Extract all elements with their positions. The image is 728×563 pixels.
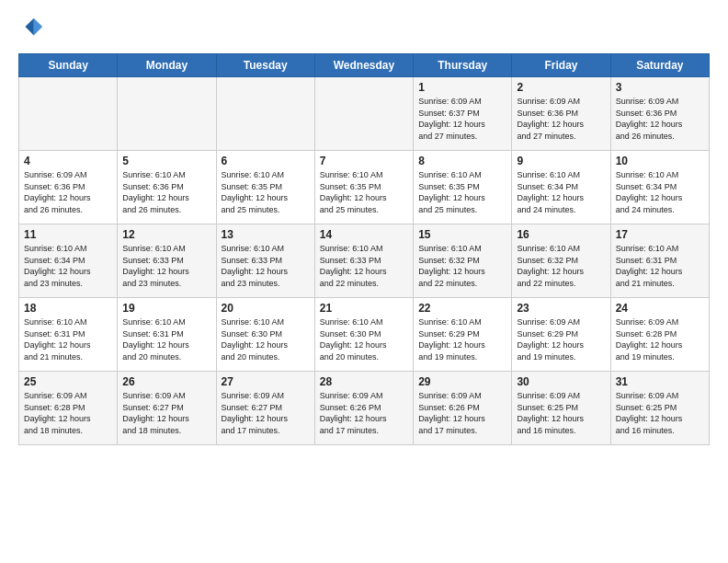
day-number: 3 bbox=[616, 81, 704, 94]
day-number: 14 bbox=[320, 228, 408, 241]
calendar-cell: 9Sunrise: 6:10 AM Sunset: 6:34 PM Daylig… bbox=[512, 151, 610, 224]
day-info: Sunrise: 6:10 AM Sunset: 6:33 PM Dayligh… bbox=[320, 243, 408, 289]
day-number: 29 bbox=[418, 375, 506, 388]
calendar-cell: 15Sunrise: 6:10 AM Sunset: 6:32 PM Dayli… bbox=[414, 224, 512, 298]
day-number: 26 bbox=[122, 375, 210, 388]
calendar-cell: 31Sunrise: 6:09 AM Sunset: 6:25 PM Dayli… bbox=[610, 372, 709, 445]
calendar-cell: 23Sunrise: 6:09 AM Sunset: 6:29 PM Dayli… bbox=[512, 298, 610, 372]
day-number: 9 bbox=[517, 155, 605, 167]
day-info: Sunrise: 6:10 AM Sunset: 6:36 PM Dayligh… bbox=[122, 169, 210, 215]
day-number: 23 bbox=[517, 302, 605, 315]
day-info: Sunrise: 6:10 AM Sunset: 6:33 PM Dayligh… bbox=[222, 243, 310, 289]
day-info: Sunrise: 6:10 AM Sunset: 6:35 PM Dayligh… bbox=[320, 169, 408, 215]
day-number: 13 bbox=[222, 228, 310, 241]
weekday-header: Sunday bbox=[19, 54, 118, 77]
weekday-header: Wednesday bbox=[314, 54, 413, 77]
calendar-cell: 20Sunrise: 6:10 AM Sunset: 6:30 PM Dayli… bbox=[216, 298, 314, 372]
calendar-cell: 6Sunrise: 6:10 AM Sunset: 6:35 PM Daylig… bbox=[216, 151, 314, 224]
day-info: Sunrise: 6:09 AM Sunset: 6:25 PM Dayligh… bbox=[616, 390, 704, 436]
calendar-cell: 16Sunrise: 6:10 AM Sunset: 6:32 PM Dayli… bbox=[512, 224, 610, 298]
calendar-cell: 2Sunrise: 6:09 AM Sunset: 6:36 PM Daylig… bbox=[512, 77, 610, 151]
day-info: Sunrise: 6:10 AM Sunset: 6:30 PM Dayligh… bbox=[222, 316, 310, 362]
day-info: Sunrise: 6:10 AM Sunset: 6:31 PM Dayligh… bbox=[616, 243, 704, 289]
weekday-header: Monday bbox=[118, 54, 216, 77]
calendar-cell: 17Sunrise: 6:10 AM Sunset: 6:31 PM Dayli… bbox=[610, 224, 709, 298]
day-info: Sunrise: 6:09 AM Sunset: 6:37 PM Dayligh… bbox=[418, 96, 506, 142]
day-number: 2 bbox=[517, 81, 605, 94]
header bbox=[18, 15, 710, 40]
day-info: Sunrise: 6:10 AM Sunset: 6:29 PM Dayligh… bbox=[418, 316, 506, 362]
day-number: 8 bbox=[418, 155, 506, 167]
calendar-cell: 1Sunrise: 6:09 AM Sunset: 6:37 PM Daylig… bbox=[414, 77, 512, 151]
day-number: 25 bbox=[24, 375, 112, 388]
calendar-cell: 21Sunrise: 6:10 AM Sunset: 6:30 PM Dayli… bbox=[314, 298, 413, 372]
calendar-cell bbox=[216, 77, 314, 151]
day-number: 4 bbox=[24, 155, 112, 167]
calendar-week-row: 1Sunrise: 6:09 AM Sunset: 6:37 PM Daylig… bbox=[19, 77, 710, 151]
calendar-cell: 25Sunrise: 6:09 AM Sunset: 6:28 PM Dayli… bbox=[19, 372, 118, 445]
day-info: Sunrise: 6:09 AM Sunset: 6:28 PM Dayligh… bbox=[616, 316, 704, 362]
calendar-cell: 29Sunrise: 6:09 AM Sunset: 6:26 PM Dayli… bbox=[414, 372, 512, 445]
day-number: 19 bbox=[122, 302, 210, 315]
calendar-week-row: 11Sunrise: 6:10 AM Sunset: 6:34 PM Dayli… bbox=[19, 224, 710, 298]
calendar-cell: 5Sunrise: 6:10 AM Sunset: 6:36 PM Daylig… bbox=[118, 151, 216, 224]
calendar-cell: 27Sunrise: 6:09 AM Sunset: 6:27 PM Dayli… bbox=[216, 372, 314, 445]
day-info: Sunrise: 6:10 AM Sunset: 6:32 PM Dayligh… bbox=[418, 243, 506, 289]
day-number: 18 bbox=[24, 302, 112, 315]
calendar-cell: 7Sunrise: 6:10 AM Sunset: 6:35 PM Daylig… bbox=[314, 151, 413, 224]
weekday-header: Thursday bbox=[414, 54, 512, 77]
calendar-cell: 24Sunrise: 6:09 AM Sunset: 6:28 PM Dayli… bbox=[610, 298, 709, 372]
calendar-week-row: 18Sunrise: 6:10 AM Sunset: 6:31 PM Dayli… bbox=[19, 298, 710, 372]
day-info: Sunrise: 6:09 AM Sunset: 6:27 PM Dayligh… bbox=[122, 390, 210, 436]
day-number: 7 bbox=[320, 155, 408, 167]
day-number: 5 bbox=[122, 155, 210, 167]
calendar-cell: 12Sunrise: 6:10 AM Sunset: 6:33 PM Dayli… bbox=[118, 224, 216, 298]
day-number: 20 bbox=[222, 302, 310, 315]
day-number: 10 bbox=[616, 155, 704, 167]
calendar-cell: 19Sunrise: 6:10 AM Sunset: 6:31 PM Dayli… bbox=[118, 298, 216, 372]
calendar-cell: 13Sunrise: 6:10 AM Sunset: 6:33 PM Dayli… bbox=[216, 224, 314, 298]
calendar-cell: 8Sunrise: 6:10 AM Sunset: 6:35 PM Daylig… bbox=[414, 151, 512, 224]
calendar-cell bbox=[118, 77, 216, 151]
day-info: Sunrise: 6:10 AM Sunset: 6:34 PM Dayligh… bbox=[24, 243, 112, 289]
day-info: Sunrise: 6:09 AM Sunset: 6:36 PM Dayligh… bbox=[517, 96, 605, 142]
calendar-cell: 14Sunrise: 6:10 AM Sunset: 6:33 PM Dayli… bbox=[314, 224, 413, 298]
page: SundayMondayTuesdayWednesdayThursdayFrid… bbox=[0, 0, 728, 456]
day-info: Sunrise: 6:10 AM Sunset: 6:32 PM Dayligh… bbox=[517, 243, 605, 289]
calendar-cell: 22Sunrise: 6:10 AM Sunset: 6:29 PM Dayli… bbox=[414, 298, 512, 372]
day-info: Sunrise: 6:10 AM Sunset: 6:35 PM Dayligh… bbox=[418, 169, 506, 215]
calendar-week-row: 25Sunrise: 6:09 AM Sunset: 6:28 PM Dayli… bbox=[19, 372, 710, 445]
day-number: 22 bbox=[418, 302, 506, 315]
calendar-cell: 4Sunrise: 6:09 AM Sunset: 6:36 PM Daylig… bbox=[19, 151, 118, 224]
day-info: Sunrise: 6:09 AM Sunset: 6:27 PM Dayligh… bbox=[222, 390, 310, 436]
day-number: 24 bbox=[616, 302, 704, 315]
day-info: Sunrise: 6:10 AM Sunset: 6:35 PM Dayligh… bbox=[222, 169, 310, 215]
day-number: 12 bbox=[122, 228, 210, 241]
weekday-header: Friday bbox=[512, 54, 610, 77]
day-info: Sunrise: 6:09 AM Sunset: 6:25 PM Dayligh… bbox=[517, 390, 605, 436]
calendar-cell: 28Sunrise: 6:09 AM Sunset: 6:26 PM Dayli… bbox=[314, 372, 413, 445]
day-info: Sunrise: 6:10 AM Sunset: 6:34 PM Dayligh… bbox=[616, 169, 704, 215]
day-number: 1 bbox=[418, 81, 506, 94]
day-number: 17 bbox=[616, 228, 704, 241]
day-number: 21 bbox=[320, 302, 408, 315]
weekday-header: Tuesday bbox=[216, 54, 314, 77]
calendar-table: SundayMondayTuesdayWednesdayThursdayFrid… bbox=[18, 53, 710, 445]
svg-marker-0 bbox=[34, 18, 42, 36]
day-info: Sunrise: 6:09 AM Sunset: 6:36 PM Dayligh… bbox=[24, 169, 112, 215]
calendar-cell bbox=[19, 77, 118, 151]
day-number: 30 bbox=[517, 375, 605, 388]
day-info: Sunrise: 6:09 AM Sunset: 6:29 PM Dayligh… bbox=[517, 316, 605, 362]
day-number: 6 bbox=[222, 155, 310, 167]
day-number: 11 bbox=[24, 228, 112, 241]
day-number: 27 bbox=[222, 375, 310, 388]
day-info: Sunrise: 6:09 AM Sunset: 6:26 PM Dayligh… bbox=[320, 390, 408, 436]
day-info: Sunrise: 6:10 AM Sunset: 6:34 PM Dayligh… bbox=[517, 169, 605, 215]
day-info: Sunrise: 6:10 AM Sunset: 6:30 PM Dayligh… bbox=[320, 316, 408, 362]
logo bbox=[18, 15, 46, 40]
day-number: 31 bbox=[616, 375, 704, 388]
calendar-cell: 10Sunrise: 6:10 AM Sunset: 6:34 PM Dayli… bbox=[610, 151, 709, 224]
calendar-cell: 11Sunrise: 6:10 AM Sunset: 6:34 PM Dayli… bbox=[19, 224, 118, 298]
day-info: Sunrise: 6:10 AM Sunset: 6:33 PM Dayligh… bbox=[122, 243, 210, 289]
logo-icon bbox=[18, 15, 44, 40]
